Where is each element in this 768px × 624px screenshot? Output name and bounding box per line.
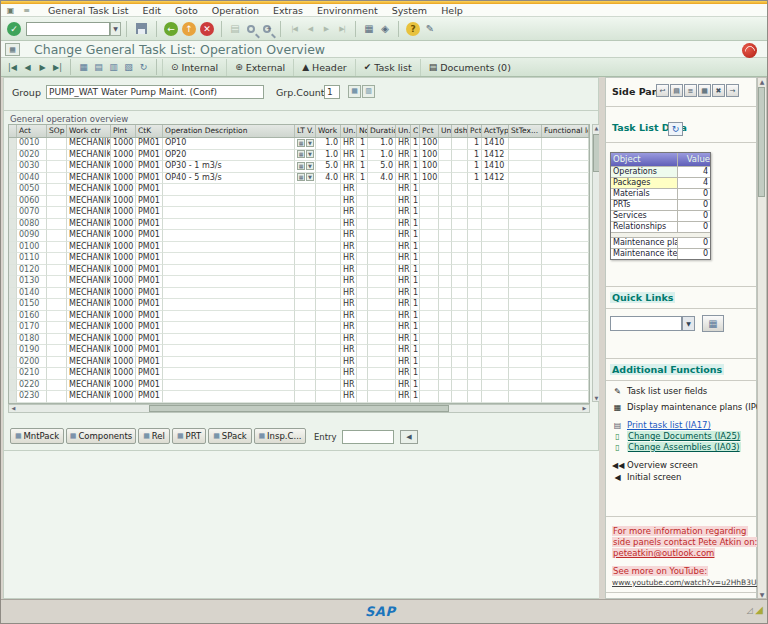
cell-un2[interactable]: HR [396, 207, 411, 219]
cell-sttex[interactable] [509, 288, 542, 300]
cell-ctk[interactable]: PM01 [136, 299, 163, 311]
cell-acttyp[interactable] [482, 391, 509, 403]
cell-un3[interactable] [439, 138, 452, 150]
cell-un1[interactable]: HR [341, 242, 357, 254]
cell-acttyp[interactable]: 1410 [482, 138, 509, 150]
cell-sop[interactable] [47, 276, 67, 288]
horizontal-scroll-thumb[interactable] [149, 405, 449, 412]
cell-pct2[interactable] [468, 265, 482, 277]
cell-sttex[interactable] [509, 150, 542, 162]
cell-dsh[interactable] [452, 391, 468, 403]
cell-desc[interactable] [163, 322, 295, 334]
cell-icons[interactable] [295, 322, 316, 334]
cell-desc[interactable] [163, 288, 295, 300]
cell-sttex[interactable] [509, 253, 542, 265]
cell-ctk[interactable]: PM01 [136, 380, 163, 392]
cell-pct2[interactable] [468, 368, 482, 380]
cell-work[interactable] [316, 322, 341, 334]
cell-plnt[interactable]: 1000 [111, 242, 136, 254]
cell-dsh[interactable] [452, 322, 468, 334]
enter-icon[interactable]: ✓ [7, 22, 21, 36]
cell-sttex[interactable] [509, 207, 542, 219]
cell-acttyp[interactable] [482, 368, 509, 380]
col-header-ctk[interactable]: CtK [136, 125, 163, 137]
cell-wc[interactable]: MECHANIK [67, 391, 111, 403]
group-counter-field[interactable]: 1 [324, 85, 340, 99]
cell-sop[interactable] [47, 288, 67, 300]
side-link-display-maintenance-plans-ip03[interactable]: ▦Display maintenance plans (IP03) [612, 402, 768, 412]
cell-plnt[interactable]: 1000 [111, 138, 136, 150]
cell-sttex[interactable] [509, 357, 542, 369]
side-link-task-list-user-fields[interactable]: ✎Task list user fields [612, 386, 707, 396]
cell-ctk[interactable]: PM01 [136, 322, 163, 334]
cell-act[interactable]: 0060 [17, 196, 47, 208]
cell-func[interactable] [542, 173, 589, 185]
cell-pct[interactable] [420, 288, 439, 300]
cell-dur[interactable] [368, 345, 396, 357]
cell-sel[interactable] [9, 345, 17, 357]
cell-act[interactable]: 0150 [17, 299, 47, 311]
cell-no[interactable] [357, 276, 368, 288]
cell-un3[interactable] [439, 219, 452, 231]
cell-c[interactable]: 1 [411, 184, 420, 196]
cell-c[interactable]: 1 [411, 299, 420, 311]
side-link-change-documents-ia25[interactable]: ▯Change Documents (IA25) [612, 431, 741, 441]
cell-desc[interactable]: OP40 - 5 m3/s [163, 173, 295, 185]
cell-un2[interactable]: HR [396, 173, 411, 185]
cell-ctk[interactable]: PM01 [136, 288, 163, 300]
cell-un1[interactable]: HR [341, 207, 357, 219]
cell-sop[interactable] [47, 161, 67, 173]
cell-desc[interactable] [163, 311, 295, 323]
cell-func[interactable] [542, 184, 589, 196]
cell-un3[interactable] [439, 230, 452, 242]
cell-acttyp[interactable] [482, 265, 509, 277]
side-panel-grid-icon[interactable]: ▦ [698, 84, 711, 97]
menu-item-environment[interactable]: Environment [310, 5, 385, 16]
cell-no[interactable] [357, 334, 368, 346]
cell-c[interactable]: 1 [411, 265, 420, 277]
cell-dsh[interactable] [452, 138, 468, 150]
cell-work[interactable] [316, 380, 341, 392]
cell-pct2[interactable] [468, 288, 482, 300]
cell-sop[interactable] [47, 368, 67, 380]
cell-func[interactable] [542, 253, 589, 265]
cell-dur[interactable] [368, 299, 396, 311]
long-text-icon[interactable]: ▦ [297, 150, 305, 158]
cell-wc[interactable]: MECHANIK [67, 242, 111, 254]
cell-plnt[interactable]: 1000 [111, 184, 136, 196]
cell-wc[interactable]: MECHANIK [67, 196, 111, 208]
cell-ctk[interactable]: PM01 [136, 138, 163, 150]
tab-button-spack[interactable]: ▦SPack [208, 428, 252, 444]
cell-icons[interactable] [295, 276, 316, 288]
menu-item-system[interactable]: System [385, 5, 434, 16]
cell-un2[interactable]: HR [396, 334, 411, 346]
cell-desc[interactable] [163, 230, 295, 242]
cell-work[interactable] [316, 207, 341, 219]
cell-icons[interactable]: ▦▼ [295, 138, 316, 150]
col-header-func[interactable]: Functional lo... [542, 125, 589, 137]
cell-dur[interactable] [368, 265, 396, 277]
cell-func[interactable] [542, 219, 589, 231]
cell-pct[interactable] [420, 184, 439, 196]
cell-sop[interactable] [47, 219, 67, 231]
col-header-no[interactable]: No. [357, 125, 368, 137]
cell-un1[interactable]: HR [341, 265, 357, 277]
cell-c[interactable]: 1 [411, 391, 420, 403]
cell-un2[interactable]: HR [396, 380, 411, 392]
cell-act[interactable]: 0210 [17, 368, 47, 380]
cell-func[interactable] [542, 299, 589, 311]
cell-sop[interactable] [47, 230, 67, 242]
cell-plnt[interactable]: 1000 [111, 230, 136, 242]
cell-un2[interactable]: HR [396, 230, 411, 242]
cell-sop[interactable] [47, 150, 67, 162]
cell-un1[interactable]: HR [341, 357, 357, 369]
cell-icons[interactable] [295, 288, 316, 300]
cell-un3[interactable] [439, 345, 452, 357]
cell-ctk[interactable]: PM01 [136, 357, 163, 369]
cell-no[interactable]: 1 [357, 161, 368, 173]
cell-act[interactable]: 0130 [17, 276, 47, 288]
cell-pct2[interactable] [468, 311, 482, 323]
exit-icon[interactable]: ↑ [182, 22, 196, 36]
new-session-icon[interactable]: ▦ [361, 21, 377, 37]
side-panel-copy-icon[interactable]: ▤ [670, 84, 683, 97]
